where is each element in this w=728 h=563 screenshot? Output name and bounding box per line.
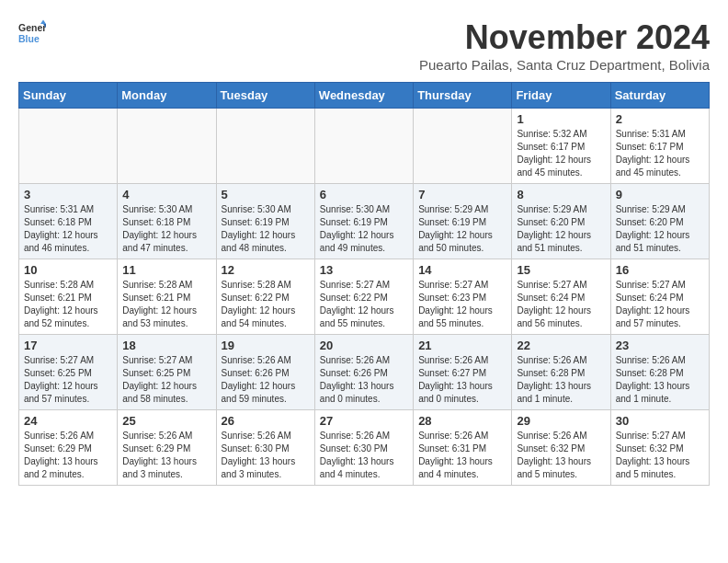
day-number: 6	[320, 188, 408, 201]
day-info: Sunrise: 5:26 AM Sunset: 6:29 PM Dayligh…	[24, 430, 112, 481]
day-info: Sunrise: 5:31 AM Sunset: 6:18 PM Dayligh…	[24, 203, 112, 255]
calendar-cell: 28Sunrise: 5:26 AM Sunset: 6:31 PM Dayli…	[414, 410, 512, 486]
day-info: Sunrise: 5:29 AM Sunset: 6:19 PM Dayligh…	[418, 203, 506, 255]
day-info: Sunrise: 5:27 AM Sunset: 6:25 PM Dayligh…	[122, 354, 210, 406]
calendar-cell: 23Sunrise: 5:26 AM Sunset: 6:28 PM Dayli…	[610, 335, 709, 410]
day-number: 12	[222, 263, 310, 277]
day-info: Sunrise: 5:26 AM Sunset: 6:32 PM Dayligh…	[517, 430, 605, 481]
day-info: Sunrise: 5:27 AM Sunset: 6:22 PM Dayligh…	[320, 279, 408, 330]
day-info: Sunrise: 5:26 AM Sunset: 6:28 PM Dayligh…	[517, 354, 605, 406]
day-number: 1	[517, 112, 605, 126]
day-number: 27	[320, 414, 408, 428]
calendar-cell: 19Sunrise: 5:26 AM Sunset: 6:26 PM Dayli…	[216, 335, 314, 410]
day-info: Sunrise: 5:27 AM Sunset: 6:23 PM Dayligh…	[418, 279, 506, 330]
day-info: Sunrise: 5:27 AM Sunset: 6:24 PM Dayligh…	[517, 279, 605, 330]
calendar-cell: 18Sunrise: 5:27 AM Sunset: 6:25 PM Dayli…	[118, 335, 216, 410]
calendar-cell	[414, 109, 512, 184]
title-block: November 2024 Puearto Pailas, Santa Cruz…	[419, 18, 710, 73]
calendar-cell: 12Sunrise: 5:28 AM Sunset: 6:22 PM Dayli…	[216, 259, 314, 335]
day-info: Sunrise: 5:30 AM Sunset: 6:19 PM Dayligh…	[320, 203, 408, 255]
day-number: 9	[616, 188, 704, 201]
calendar-cell: 9Sunrise: 5:29 AM Sunset: 6:20 PM Daylig…	[610, 184, 709, 259]
calendar-cell: 6Sunrise: 5:30 AM Sunset: 6:19 PM Daylig…	[314, 184, 413, 259]
day-info: Sunrise: 5:26 AM Sunset: 6:30 PM Dayligh…	[320, 430, 408, 481]
calendar-cell: 13Sunrise: 5:27 AM Sunset: 6:22 PM Dayli…	[314, 259, 413, 335]
day-number: 19	[222, 339, 310, 352]
calendar-cell: 26Sunrise: 5:26 AM Sunset: 6:30 PM Dayli…	[216, 410, 314, 486]
day-of-week-header: Sunday	[19, 83, 118, 109]
calendar-cell	[216, 109, 314, 184]
day-number: 14	[418, 263, 506, 277]
day-of-week-header: Thursday	[414, 83, 512, 109]
day-of-week-header: Tuesday	[216, 83, 314, 109]
day-number: 10	[24, 263, 112, 277]
day-number: 7	[418, 188, 506, 201]
day-of-week-header: Saturday	[610, 83, 709, 109]
day-number: 30	[616, 414, 704, 428]
day-info: Sunrise: 5:29 AM Sunset: 6:20 PM Dayligh…	[616, 203, 704, 255]
calendar-cell: 27Sunrise: 5:26 AM Sunset: 6:30 PM Dayli…	[314, 410, 413, 486]
day-number: 24	[24, 414, 112, 428]
day-number: 21	[418, 339, 506, 352]
day-number: 26	[222, 414, 310, 428]
month-title: November 2024	[419, 18, 710, 57]
day-of-week-header: Friday	[512, 83, 610, 109]
calendar-cell: 3Sunrise: 5:31 AM Sunset: 6:18 PM Daylig…	[19, 184, 118, 259]
calendar-cell: 22Sunrise: 5:26 AM Sunset: 6:28 PM Dayli…	[512, 335, 610, 410]
day-number: 18	[122, 339, 210, 352]
calendar-cell: 14Sunrise: 5:27 AM Sunset: 6:23 PM Dayli…	[414, 259, 512, 335]
calendar-cell: 7Sunrise: 5:29 AM Sunset: 6:19 PM Daylig…	[414, 184, 512, 259]
day-number: 3	[24, 188, 112, 201]
day-info: Sunrise: 5:27 AM Sunset: 6:32 PM Dayligh…	[616, 430, 704, 481]
day-number: 17	[24, 339, 112, 352]
day-info: Sunrise: 5:26 AM Sunset: 6:30 PM Dayligh…	[222, 430, 310, 481]
calendar-cell: 30Sunrise: 5:27 AM Sunset: 6:32 PM Dayli…	[610, 410, 709, 486]
calendar-cell: 5Sunrise: 5:30 AM Sunset: 6:19 PM Daylig…	[216, 184, 314, 259]
calendar-cell: 4Sunrise: 5:30 AM Sunset: 6:18 PM Daylig…	[118, 184, 216, 259]
day-info: Sunrise: 5:29 AM Sunset: 6:20 PM Dayligh…	[517, 203, 605, 255]
calendar-cell: 29Sunrise: 5:26 AM Sunset: 6:32 PM Dayli…	[512, 410, 610, 486]
day-number: 5	[222, 188, 310, 201]
day-info: Sunrise: 5:27 AM Sunset: 6:25 PM Dayligh…	[24, 354, 112, 406]
day-of-week-header: Monday	[118, 83, 216, 109]
calendar-cell: 15Sunrise: 5:27 AM Sunset: 6:24 PM Dayli…	[512, 259, 610, 335]
calendar-cell	[118, 109, 216, 184]
page-header: General Blue November 2024 Puearto Paila…	[18, 18, 710, 73]
day-number: 16	[616, 263, 704, 277]
calendar-cell: 11Sunrise: 5:28 AM Sunset: 6:21 PM Dayli…	[118, 259, 216, 335]
day-of-week-header: Wednesday	[314, 83, 413, 109]
day-info: Sunrise: 5:32 AM Sunset: 6:17 PM Dayligh…	[517, 128, 605, 179]
calendar-cell	[314, 109, 413, 184]
calendar-cell: 8Sunrise: 5:29 AM Sunset: 6:20 PM Daylig…	[512, 184, 610, 259]
day-info: Sunrise: 5:28 AM Sunset: 6:22 PM Dayligh…	[222, 279, 310, 330]
day-number: 4	[122, 188, 210, 201]
day-info: Sunrise: 5:28 AM Sunset: 6:21 PM Dayligh…	[122, 279, 210, 330]
day-info: Sunrise: 5:30 AM Sunset: 6:18 PM Dayligh…	[122, 203, 210, 255]
calendar-cell	[19, 109, 118, 184]
day-info: Sunrise: 5:26 AM Sunset: 6:29 PM Dayligh…	[122, 430, 210, 481]
day-info: Sunrise: 5:30 AM Sunset: 6:19 PM Dayligh…	[222, 203, 310, 255]
calendar-cell: 16Sunrise: 5:27 AM Sunset: 6:24 PM Dayli…	[610, 259, 709, 335]
day-number: 13	[320, 263, 408, 277]
calendar-cell: 21Sunrise: 5:26 AM Sunset: 6:27 PM Dayli…	[414, 335, 512, 410]
calendar-table: SundayMondayTuesdayWednesdayThursdayFrid…	[18, 82, 710, 486]
day-info: Sunrise: 5:26 AM Sunset: 6:31 PM Dayligh…	[418, 430, 506, 481]
calendar-cell: 25Sunrise: 5:26 AM Sunset: 6:29 PM Dayli…	[118, 410, 216, 486]
calendar-cell: 24Sunrise: 5:26 AM Sunset: 6:29 PM Dayli…	[19, 410, 118, 486]
day-number: 28	[418, 414, 506, 428]
location-subtitle: Puearto Pailas, Santa Cruz Department, B…	[419, 57, 710, 73]
logo: General Blue	[18, 18, 46, 46]
day-number: 22	[517, 339, 605, 352]
day-number: 25	[122, 414, 210, 428]
day-info: Sunrise: 5:27 AM Sunset: 6:24 PM Dayligh…	[616, 279, 704, 330]
calendar-cell: 20Sunrise: 5:26 AM Sunset: 6:26 PM Dayli…	[314, 335, 413, 410]
svg-text:Blue: Blue	[18, 33, 40, 44]
day-info: Sunrise: 5:26 AM Sunset: 6:28 PM Dayligh…	[616, 354, 704, 406]
day-number: 20	[320, 339, 408, 352]
calendar-cell: 2Sunrise: 5:31 AM Sunset: 6:17 PM Daylig…	[610, 109, 709, 184]
day-number: 8	[517, 188, 605, 201]
calendar-cell: 10Sunrise: 5:28 AM Sunset: 6:21 PM Dayli…	[19, 259, 118, 335]
day-number: 23	[616, 339, 704, 352]
day-number: 15	[517, 263, 605, 277]
day-info: Sunrise: 5:26 AM Sunset: 6:26 PM Dayligh…	[320, 354, 408, 406]
